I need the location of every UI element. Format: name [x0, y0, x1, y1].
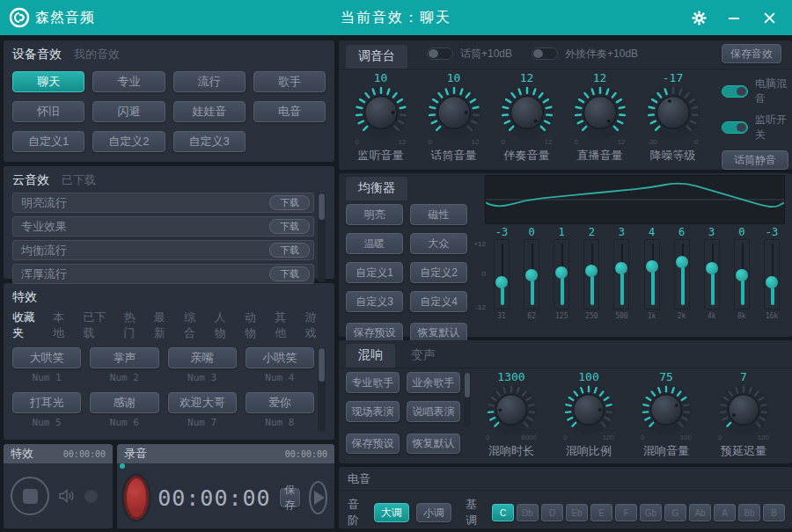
eq-band-thumb[interactable] [676, 256, 688, 268]
cloud-scrollbar-thumb[interactable] [319, 193, 325, 220]
accompaniment-boost-toggle[interactable] [532, 47, 558, 60]
sound-effect-button[interactable]: 打耳光 [12, 392, 81, 413]
download-button[interactable]: 下载 [269, 219, 310, 234]
key-note-button[interactable]: Db [517, 504, 539, 521]
sound-effect-button[interactable]: 大哄笑 [12, 347, 81, 368]
eq-preset-button[interactable]: 自定义1 [346, 262, 403, 283]
sound-effects-tab[interactable]: 动物 [245, 310, 265, 341]
sound-effects-tab[interactable]: 其他 [275, 310, 295, 341]
mixer-knob[interactable] [573, 85, 627, 140]
mixer-knob[interactable] [427, 85, 481, 140]
sound-effect-button[interactable]: 感谢 [90, 392, 158, 413]
device-effect-button[interactable]: 电音 [253, 101, 326, 122]
sound-effect-button[interactable]: 掌声 [90, 347, 158, 368]
key-note-button[interactable]: D [541, 504, 563, 521]
reverb-scrollbar-thumb[interactable] [465, 373, 470, 397]
eq-preset-button[interactable]: 大众 [410, 233, 467, 254]
key-note-button[interactable]: Eb [566, 504, 588, 521]
tab-my-effects[interactable]: 我的音效 [74, 47, 120, 62]
download-button[interactable]: 下载 [269, 266, 310, 281]
sound-effects-tab[interactable]: 综合 [184, 310, 204, 341]
reverb-knob[interactable] [486, 384, 537, 435]
sound-effects-tab[interactable]: 热门 [123, 310, 143, 341]
download-button[interactable]: 下载 [269, 195, 310, 210]
reverb-preset-button[interactable]: 业余歌手 [407, 372, 460, 393]
mic-boost-toggle[interactable] [427, 47, 453, 60]
eq-band-thumb[interactable] [555, 266, 568, 279]
mixer-knob[interactable] [500, 85, 554, 140]
key-note-button[interactable]: C [492, 504, 514, 521]
device-effect-button[interactable]: 流行 [173, 71, 246, 92]
key-note-button[interactable]: B [763, 504, 785, 521]
mic-mute-button[interactable]: 话筒静音 [722, 150, 788, 170]
record-button[interactable] [124, 476, 149, 520]
eq-band-thumb[interactable] [585, 265, 598, 277]
sound-effect-button[interactable]: 欢迎大哥 [168, 392, 237, 413]
tab-reverb[interactable]: 混响 [346, 344, 395, 368]
reverb-preset-button[interactable]: 现场表演 [346, 401, 400, 422]
device-effect-button[interactable]: 自定义1 [12, 131, 84, 152]
eq-band-thumb[interactable] [525, 269, 538, 281]
sound-effects-scrollbar-thumb[interactable] [319, 348, 325, 382]
eq-preset-button[interactable]: 自定义2 [410, 262, 467, 283]
pc-mix-toggle[interactable] [722, 85, 748, 98]
device-effect-button[interactable]: 闪避 [92, 101, 165, 122]
eq-band-thumb[interactable] [615, 262, 627, 274]
tab-voice-change[interactable]: 变声 [399, 344, 448, 368]
eq-preset-button[interactable]: 温暖 [346, 233, 403, 254]
settings-gear-icon[interactable] [690, 9, 708, 26]
sound-effect-button[interactable]: 小哄笑 [246, 347, 314, 368]
reverb-save-preset-button[interactable]: 保存预设 [346, 434, 400, 454]
device-effect-button[interactable]: 聊天 [12, 71, 84, 92]
device-effect-button[interactable]: 怀旧 [12, 101, 84, 122]
device-effect-button[interactable]: 歌手 [253, 71, 326, 92]
eq-preset-button[interactable]: 明亮 [346, 204, 403, 225]
reverb-knob[interactable] [718, 384, 769, 435]
key-note-button[interactable]: Gb [640, 504, 662, 521]
eq-band-thumb[interactable] [646, 260, 658, 273]
reverb-reset-button[interactable]: 恢复默认 [407, 434, 460, 454]
mixer-knob[interactable] [646, 85, 700, 140]
device-effect-button[interactable]: 娃娃音 [173, 101, 246, 122]
tab-device-effects[interactable]: 设备音效 [12, 47, 62, 62]
save-recording-button[interactable]: 保存 [280, 488, 300, 507]
eq-preset-button[interactable]: 自定义3 [346, 291, 403, 312]
device-effect-button[interactable]: 自定义3 [173, 131, 246, 152]
mixer-knob[interactable] [354, 85, 408, 140]
sound-effects-tab[interactable]: 本地 [53, 310, 73, 341]
scale-option-button[interactable]: 大调 [374, 503, 409, 522]
effect-stop-button[interactable] [11, 477, 49, 515]
eq-preset-button[interactable]: 磁性 [410, 204, 467, 225]
reverb-preset-button[interactable]: 说唱表演 [407, 401, 460, 422]
download-button[interactable]: 下载 [269, 243, 310, 258]
speaker-icon[interactable] [58, 488, 76, 504]
eq-band-thumb[interactable] [766, 276, 778, 288]
key-note-button[interactable]: A [714, 504, 736, 521]
key-note-button[interactable]: F [615, 504, 637, 521]
minimize-icon[interactable] [725, 9, 743, 26]
sound-effect-button[interactable]: 亲嘴 [168, 347, 237, 368]
sound-effects-tab[interactable]: 人物 [215, 310, 235, 341]
key-note-button[interactable]: Bb [738, 504, 760, 521]
sound-effect-button[interactable]: 爱你 [246, 392, 314, 413]
play-recording-button[interactable] [309, 481, 327, 514]
effect-record-dot[interactable] [84, 490, 98, 503]
eq-band-thumb[interactable] [706, 262, 718, 274]
tab-downloaded[interactable]: 已下载 [62, 172, 96, 188]
monitor-toggle[interactable] [722, 121, 748, 134]
sound-effects-tab[interactable]: 收藏夹 [12, 310, 43, 341]
reverb-preset-button[interactable]: 专业歌手 [346, 372, 400, 393]
key-note-button[interactable]: E [590, 504, 612, 521]
sound-effects-tab[interactable]: 已下载 [83, 310, 114, 341]
eq-preset-button[interactable]: 自定义4 [410, 291, 467, 312]
scale-option-button[interactable]: 小调 [416, 503, 451, 522]
key-note-button[interactable]: Ab [689, 504, 711, 521]
sound-effects-tab[interactable]: 游戏 [305, 310, 326, 341]
reverb-knob[interactable] [563, 384, 614, 435]
sound-effects-tab[interactable]: 最新 [154, 310, 174, 341]
eq-band-thumb[interactable] [495, 276, 508, 288]
key-note-button[interactable]: G [664, 504, 686, 521]
device-effect-button[interactable]: 专业 [92, 71, 165, 92]
reverb-knob[interactable] [641, 384, 692, 435]
eq-band-thumb[interactable] [736, 269, 748, 281]
